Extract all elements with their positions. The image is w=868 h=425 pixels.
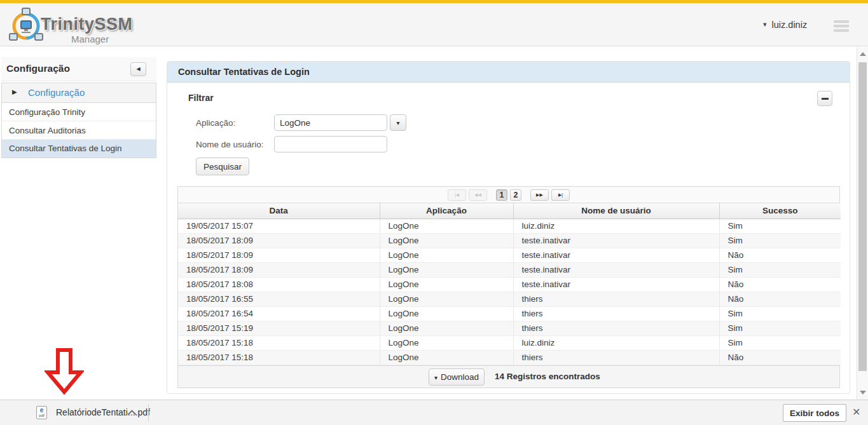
cell-sucesso: Não — [719, 292, 841, 306]
cell-data: 18/05/2017 15:19 — [178, 321, 380, 335]
user-menu[interactable]: ▾luiz.diniz — [763, 18, 807, 32]
cell-nome-usuario: luiz.diniz — [513, 219, 719, 233]
cell-sucesso: Não — [719, 277, 841, 292]
pdf-icon-label: pdf — [37, 414, 46, 418]
cell-aplicacao: LogOne — [380, 306, 513, 321]
username-input[interactable] — [274, 136, 387, 152]
vertical-scrollbar[interactable] — [857, 47, 868, 400]
cell-sucesso: Sim — [719, 306, 841, 321]
download-button[interactable]: ▾Download — [429, 368, 485, 386]
column-header-aplicacao[interactable]: Aplicação — [380, 203, 513, 219]
minus-icon — [822, 98, 829, 100]
last-page-icon: ▶| — [558, 192, 563, 197]
hamburger-menu-icon[interactable] — [834, 20, 849, 32]
panel-title: Consultar Tentativas de Login — [167, 62, 850, 83]
show-all-downloads-button[interactable]: Exibir todos — [783, 404, 846, 422]
paginator: |◀ ◀◀ 1 2 ▶▶ ▶| — [178, 187, 839, 203]
login-attempts-table: Data Aplicação Nome de usuário Sucesso 1… — [178, 203, 841, 365]
cell-aplicacao: LogOne — [380, 248, 513, 262]
trinity-logo-icon — [8, 8, 45, 44]
table-row[interactable]: 18/05/2017 18:08LogOneteste.inativarNão — [178, 277, 841, 292]
close-icon[interactable]: ✕ — [852, 406, 860, 418]
cell-sucesso: Sim — [719, 321, 841, 335]
cell-aplicacao: LogOne — [380, 321, 513, 335]
application-label: Aplicação: — [196, 118, 235, 128]
table-row[interactable]: 18/05/2017 15:18LogOneluiz.dinizSim — [178, 335, 841, 350]
accordion-header-configuracao[interactable]: ▶ Configuração — [2, 83, 156, 103]
cell-data: 18/05/2017 18:08 — [178, 277, 380, 292]
paginator-next-button[interactable]: ▶▶ — [530, 189, 549, 201]
cell-aplicacao: LogOne — [380, 233, 513, 248]
filter-section-title: Filtrar — [188, 93, 214, 103]
sidebar-item-configuracao-trinity[interactable]: Configuração Trinity — [2, 103, 156, 121]
scroll-up-arrow-icon[interactable] — [860, 52, 866, 56]
cell-sucesso: Não — [719, 248, 841, 262]
application-dropdown-button[interactable]: ▾ — [390, 114, 406, 131]
filter-collapse-button[interactable] — [817, 91, 832, 106]
table-row[interactable]: 19/05/2017 15:07LogOneluiz.dinizSim — [178, 219, 841, 233]
sidebar-item-consultar-tentativas-login[interactable]: Consultar Tentativas de Login — [2, 140, 156, 158]
cell-data: 18/05/2017 16:54 — [178, 306, 380, 321]
first-page-icon: |◀ — [455, 192, 459, 197]
table-row[interactable]: 18/05/2017 16:55LogOnethiersNão — [178, 292, 841, 306]
sidebar-accordion: ▶ Configuração Configuração Trinity Cons… — [1, 83, 156, 158]
paginator-page-2[interactable]: 2 — [510, 189, 521, 201]
results-table-block: |◀ ◀◀ 1 2 ▶▶ ▶| Data Aplicação Nome de u… — [177, 186, 840, 388]
column-header-data[interactable]: Data — [178, 203, 380, 219]
caret-down-icon: ▾ — [396, 119, 399, 126]
cell-aplicacao: LogOne — [380, 277, 513, 292]
cell-nome-usuario: thiers — [513, 292, 719, 306]
column-header-sucesso[interactable]: Sucesso — [719, 203, 841, 219]
cell-nome-usuario: luiz.diniz — [513, 335, 719, 350]
paginator-prev-button[interactable]: ◀◀ — [469, 189, 487, 201]
prev-page-icon: ◀◀ — [474, 192, 481, 197]
sidebar-collapse-button[interactable]: ◀ — [130, 62, 146, 76]
scroll-down-arrow-icon[interactable] — [860, 391, 866, 395]
table-row[interactable]: 18/05/2017 18:09LogOneteste.inativarNão — [178, 248, 841, 262]
cell-sucesso: Sim — [719, 219, 841, 233]
cell-nome-usuario: thiers — [513, 350, 719, 365]
downloads-bar-separator — [148, 404, 149, 422]
table-row[interactable]: 18/05/2017 15:19LogOnethiersSim — [178, 321, 841, 335]
cell-sucesso: Não — [719, 350, 841, 365]
next-page-icon: ▶▶ — [536, 192, 543, 197]
table-row[interactable]: 18/05/2017 18:09LogOneteste.inativarSim — [178, 262, 841, 277]
cell-nome-usuario: teste.inativar — [513, 277, 719, 292]
application-window: TrinitySSM Manager ▾luiz.diniz Configura… — [0, 0, 868, 425]
cell-aplicacao: LogOne — [380, 350, 513, 365]
chevron-up-icon[interactable] — [127, 410, 137, 415]
table-row[interactable]: 18/05/2017 15:18LogOnethiersNão — [178, 350, 841, 365]
sidebar-item-consultar-auditorias[interactable]: Consultar Auditorias — [2, 121, 156, 140]
application-input[interactable] — [274, 114, 387, 131]
logo-subtitle: Manager — [71, 34, 109, 44]
cell-sucesso: Sim — [719, 335, 841, 350]
caret-down-icon: ▾ — [763, 20, 767, 28]
cell-data: 18/05/2017 18:09 — [178, 262, 380, 277]
paginator-page-1[interactable]: 1 — [496, 189, 507, 201]
table-row[interactable]: 18/05/2017 18:09LogOneteste.inativarSim — [178, 233, 841, 248]
column-header-nome-usuario[interactable]: Nome de usuário — [513, 203, 719, 219]
cell-nome-usuario: teste.inativar — [513, 233, 719, 248]
caret-down-icon: ▾ — [434, 374, 437, 381]
search-button[interactable]: Pesquisar — [196, 158, 249, 175]
table-row[interactable]: 18/05/2017 16:54LogOnethiersSim — [178, 306, 841, 321]
cell-data: 19/05/2017 15:07 — [178, 219, 380, 233]
downloads-bar: e pdf RelatóriodeTentati....pdf Exibir t… — [0, 400, 868, 425]
cell-aplicacao: LogOne — [380, 292, 513, 306]
cell-data: 18/05/2017 15:18 — [178, 335, 380, 350]
user-name: luiz.diniz — [772, 20, 808, 30]
table-header-row: Data Aplicação Nome de usuário Sucesso — [178, 203, 841, 219]
scrollbar-thumb[interactable] — [858, 62, 867, 371]
pdf-icon-letter: e — [37, 407, 46, 414]
cell-nome-usuario: thiers — [513, 306, 719, 321]
pdf-file-icon: e pdf — [36, 406, 47, 419]
caret-right-icon: ▶ — [12, 88, 17, 95]
download-button-label: Download — [441, 372, 479, 382]
cell-aplicacao: LogOne — [380, 335, 513, 350]
paginator-last-button[interactable]: ▶| — [551, 189, 570, 201]
cell-nome-usuario: teste.inativar — [513, 248, 719, 262]
sidebar-title: Configuração — [6, 63, 70, 74]
paginator-first-button[interactable]: |◀ — [448, 189, 466, 201]
cell-data: 18/05/2017 18:09 — [178, 248, 380, 262]
cell-data: 18/05/2017 15:18 — [178, 350, 380, 365]
